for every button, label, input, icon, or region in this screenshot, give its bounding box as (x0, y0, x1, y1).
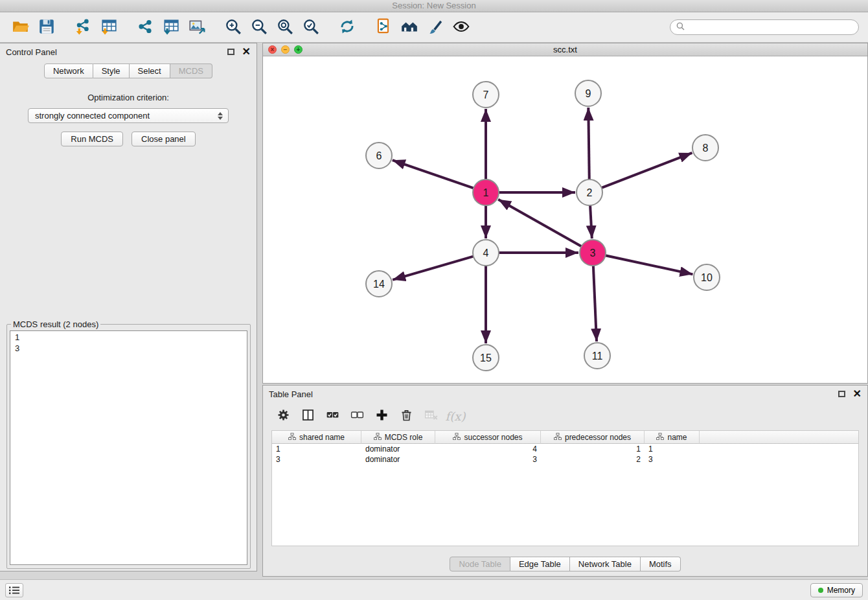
run-mcds-button[interactable]: Run MCDS (61, 132, 123, 146)
optimization-criterion-label: Optimization criterion: (0, 93, 257, 102)
fx-icon: f(x) (446, 410, 466, 423)
delete-column-button[interactable] (396, 407, 416, 425)
optimization-criterion-select[interactable]: strongly connected component (28, 108, 229, 123)
float-panel-icon[interactable] (227, 49, 234, 55)
import-network-icon (74, 17, 92, 38)
task-history-button[interactable] (5, 583, 23, 597)
node-11[interactable]: 11 (584, 343, 610, 369)
mcds-result-box[interactable]: 13 (10, 330, 247, 565)
zoom-selected-icon (302, 17, 320, 38)
zoom-fit-icon (276, 17, 294, 38)
table-tab-motifs[interactable]: Motifs (641, 557, 681, 571)
edge-4-14[interactable] (393, 257, 474, 280)
cell-name: 3 (645, 454, 700, 465)
attribute-icon (656, 433, 664, 442)
node-10[interactable]: 10 (694, 264, 720, 290)
deselect-all-rows-button[interactable] (347, 407, 367, 425)
node-9[interactable]: 9 (575, 80, 601, 106)
node-1[interactable]: 1 (473, 179, 499, 205)
node-8[interactable]: 8 (692, 135, 718, 161)
float-table-panel-icon[interactable] (838, 391, 845, 397)
edge-3-11[interactable] (593, 266, 597, 341)
cell-mcds-role: dominator (361, 454, 435, 465)
zoom-out-button[interactable] (246, 15, 272, 40)
import-network-from-file-button[interactable] (70, 15, 96, 40)
select-all-rows-button[interactable] (323, 407, 342, 425)
tab-network[interactable]: Network (44, 63, 93, 78)
table-arrow-icon (162, 17, 180, 38)
column-header-mcds-role[interactable]: MCDS role (361, 431, 435, 444)
column-header-successor-nodes[interactable]: successor nodes (435, 431, 541, 444)
unchecked-boxes-icon (350, 408, 365, 424)
homes-icon (400, 17, 418, 38)
edge-2-9[interactable] (588, 108, 589, 179)
save-session-button[interactable] (34, 15, 60, 40)
tab-select[interactable]: Select (130, 63, 170, 78)
table-settings-button[interactable] (273, 407, 293, 425)
svg-text:2: 2 (587, 187, 593, 198)
network-overview-home-button[interactable] (396, 15, 422, 40)
control-panel-title: Control Panel (6, 47, 57, 57)
trash-icon (399, 408, 414, 424)
table-panel-header: Table Panel ✕ (263, 386, 867, 402)
node-14[interactable]: 14 (366, 271, 392, 297)
new-table-button[interactable] (158, 15, 184, 40)
search-input[interactable] (689, 23, 852, 32)
window-minimize-button[interactable]: − (281, 45, 290, 54)
cell-mcds-role: dominator (361, 444, 435, 454)
apply-layout-button[interactable] (334, 15, 360, 40)
eye-icon (452, 17, 470, 38)
add-column-button[interactable] (372, 407, 391, 425)
memory-button[interactable]: Memory (810, 583, 863, 597)
tab-style[interactable]: Style (93, 63, 130, 78)
export-image-button[interactable] (184, 15, 210, 40)
table-row[interactable]: 3dominator323 (272, 454, 858, 465)
edge-2-3[interactable] (590, 205, 592, 238)
zoom-selected-region-button[interactable] (298, 15, 324, 40)
network-canvas[interactable]: 7968124314101511 (263, 56, 867, 383)
new-network-button[interactable] (132, 15, 158, 40)
window-zoom-button[interactable]: + (294, 45, 303, 54)
close-panel-button[interactable]: Close panel (131, 132, 196, 146)
zoom-fit-content-button[interactable] (272, 15, 298, 40)
gear-icon (276, 408, 291, 424)
column-header-name[interactable]: name (645, 431, 700, 444)
node-6[interactable]: 6 (366, 143, 392, 168)
column-header-shared-name[interactable]: shared name (272, 431, 361, 444)
attribute-icon (554, 433, 562, 442)
edge-3-10[interactable] (606, 255, 693, 274)
column-header-predecessor-nodes[interactable]: predecessor nodes (541, 431, 645, 444)
edge-3-1[interactable] (498, 200, 581, 246)
show-hide-button[interactable] (448, 15, 474, 40)
import-table-from-file-button[interactable] (96, 15, 122, 40)
table-tab-network-table[interactable]: Network Table (570, 557, 641, 571)
node-15[interactable]: 15 (473, 345, 499, 371)
table-tab-node-table[interactable]: Node Table (450, 557, 510, 571)
svg-text:11: 11 (592, 351, 603, 362)
show-columns-button[interactable] (298, 407, 317, 425)
network-document-button[interactable] (371, 15, 396, 40)
node-4[interactable]: 4 (473, 240, 499, 266)
table-row[interactable]: 1dominator411 (272, 444, 858, 454)
edge-1-6[interactable] (393, 160, 474, 188)
apply-style-button[interactable] (422, 15, 448, 40)
close-panel-icon[interactable]: ✕ (242, 48, 251, 56)
edge-2-8[interactable] (602, 153, 692, 188)
svg-text:9: 9 (586, 88, 591, 99)
close-table-panel-icon[interactable]: ✕ (853, 390, 862, 398)
open-session-button[interactable] (8, 15, 34, 40)
table-tab-edge-table[interactable]: Edge Table (510, 557, 570, 571)
mcds-result-group: MCDS result (2 nodes) 13 (6, 319, 251, 569)
node-3[interactable]: 3 (580, 240, 606, 266)
node-7[interactable]: 7 (473, 82, 499, 108)
control-panel-header: Control Panel ✕ (0, 43, 257, 60)
search-box[interactable] (670, 19, 859, 35)
tab-mcds[interactable]: MCDS (170, 63, 212, 78)
attribute-icon (453, 433, 461, 442)
zoom-in-button[interactable] (220, 15, 246, 40)
delete-table-button[interactable] (421, 407, 440, 425)
column-header-filler (700, 431, 858, 444)
window-close-button[interactable]: × (268, 45, 277, 54)
function-builder-button[interactable]: f(x) (446, 407, 465, 425)
node-2[interactable]: 2 (577, 179, 602, 205)
